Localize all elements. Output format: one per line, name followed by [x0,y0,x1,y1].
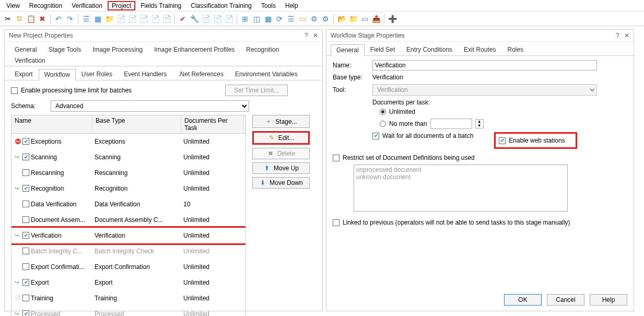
delete-icon[interactable]: ✖ [38,14,47,24]
tab-export[interactable]: Export [9,68,39,80]
list-item[interactable]: unknown document [356,173,565,181]
list-item[interactable]: unprocessed document [356,166,565,173]
page2-icon[interactable]: 📄 [213,14,222,24]
paste-icon[interactable]: 📋 [26,14,36,24]
redo-icon[interactable]: ↷ [65,14,75,24]
menu-view[interactable]: View [2,1,24,10]
doc3-icon[interactable]: 📄 [139,14,148,24]
nomore-radio[interactable] [380,121,386,127]
stage-checkbox[interactable] [22,310,29,316]
align-icon[interactable]: ☰ [286,14,296,24]
stage-checkbox[interactable] [22,248,29,254]
fx-icon[interactable]: ⚙ [309,14,319,24]
tab-recognition[interactable]: Recognition [240,44,285,55]
stage-checkbox[interactable] [22,263,29,270]
tab-exit-routes[interactable]: Exit Routes [458,44,501,55]
stage-checkbox[interactable] [22,279,29,286]
check-icon[interactable]: ✔ [178,14,188,24]
stage-checkbox[interactable] [22,185,29,192]
tab-image-processing[interactable]: Image Processing [87,44,148,55]
table-row[interactable]: ↪ExportExportUnlimited [11,275,245,290]
help-icon[interactable]: ? [616,32,619,39]
definitions-listbox[interactable]: unprocessed documentunknown document [354,165,568,212]
stage-checkbox[interactable] [22,169,29,176]
tab-stage-tools[interactable]: Stage Tools [43,44,87,55]
table-row[interactable]: ↪VerificationVerificationUnlimited [11,228,245,243]
doc2-icon[interactable]: 📄 [127,14,137,24]
menu-tools[interactable]: Tools [257,1,280,10]
cancel-button[interactable]: Cancel [547,294,584,306]
fx2-icon[interactable]: ⚙ [321,14,330,24]
menu-verification[interactable]: Verification [67,1,107,10]
tab-image-enhancement-profiles[interactable]: Image Enhancement Profiles [148,44,240,55]
tab-verification[interactable]: Verification [9,55,51,66]
stage-checkbox[interactable] [22,295,29,301]
stage-checkbox[interactable] [22,216,29,223]
ok-button[interactable]: OK [504,294,542,306]
edit-button[interactable]: ✎Edit... [252,131,310,145]
nomore-input[interactable] [430,119,472,129]
blue-icon[interactable]: ▭ [360,14,369,24]
table-row[interactable]: Document Assem...Document Assembly C...U… [11,212,245,228]
copy-icon[interactable]: ⧉ [15,14,24,24]
tab-event-handlers[interactable]: Event Handlers [118,68,172,80]
tab-environment-variables[interactable]: Environment Variables [229,68,303,80]
enable-web-checkbox[interactable] [499,137,506,144]
stage-checkbox[interactable] [22,138,29,145]
table-row[interactable]: ↪RecognitionRecognitionUnlimited [11,181,245,196]
list-view-icon[interactable]: ☰ [81,14,91,24]
menu-recognition[interactable]: Recognition [25,1,66,10]
help-button[interactable]: Help [590,294,627,306]
table-row[interactable]: Data VerificationData Verification10 [11,196,245,212]
tab-general[interactable]: General [9,44,43,55]
table-row[interactable]: Export Confirmati...Export ConfirmationU… [11,259,245,275]
table-row[interactable]: RescanningRescanningUnlimited [11,165,245,181]
stage-checkbox[interactable] [22,154,29,160]
page1-icon[interactable]: 📄 [201,14,210,24]
menu-project[interactable]: Project [108,1,135,10]
doc5-icon[interactable]: 📄 [162,14,171,24]
unlimited-radio[interactable] [380,109,386,115]
folder2-icon[interactable]: 📁 [348,14,358,24]
schema-select[interactable]: Advanced [51,100,249,112]
crop-icon[interactable]: ◫ [252,14,261,24]
enable-time-limit-checkbox[interactable] [11,87,18,94]
close-icon[interactable]: ✕ [313,32,318,39]
set-time-limit-button[interactable]: Set Time Limit... [225,85,288,96]
move-up-button[interactable]: ⬆Move Up [252,162,310,174]
tab-user-roles[interactable]: User Roles [76,68,118,80]
rotate-icon[interactable]: ⟳ [275,14,284,24]
stage-button[interactable]: ＋Stage... [252,115,310,128]
stage-checkbox[interactable] [22,201,29,207]
stage-checkbox[interactable] [22,232,29,239]
doc-icon[interactable]: 📄 [116,14,125,24]
open-icon[interactable]: 📂 [337,14,346,24]
cut-icon[interactable]: ✂ [3,14,13,24]
move-down-button[interactable]: ⬇Move Down [252,177,310,189]
export-icon[interactable]: 📤 [371,14,381,24]
folder-icon[interactable]: 📁 [104,14,114,24]
tab-roles[interactable]: Roles [501,44,529,55]
doc4-icon[interactable]: 📄 [150,14,160,24]
table-icon[interactable]: ▦ [263,14,273,24]
linked-checkbox[interactable] [333,219,339,226]
name-input[interactable] [372,60,597,71]
tab-general[interactable]: General [331,44,365,56]
tab-entry-conditions[interactable]: Entry Conditions [401,44,458,55]
close-icon[interactable]: ✕ [624,32,629,39]
layer-icon[interactable]: ▭ [298,14,307,24]
tab--net-references[interactable]: .Net References [172,68,229,80]
spinner[interactable]: ▲▼ [475,119,484,128]
tool-icon[interactable]: 🔧 [190,14,199,24]
grid-view-icon[interactable]: ▦ [93,14,102,24]
undo-icon[interactable]: ↶ [54,14,63,24]
table-row[interactable]: ⛔ExceptionsExceptionsUnlimited [11,134,245,149]
zoom-in-icon[interactable]: ⊞ [240,14,250,24]
menu-fields-training[interactable]: Fields Training [136,1,185,10]
delete-button[interactable]: ✖Delete [252,148,310,159]
menu-classification-training[interactable]: Classification Training [186,1,256,10]
page3-icon[interactable]: 📄 [224,14,233,24]
tab-field-set[interactable]: Field Set [365,44,401,55]
restrict-checkbox[interactable] [333,155,339,161]
add-icon[interactable]: ➕ [388,14,397,24]
